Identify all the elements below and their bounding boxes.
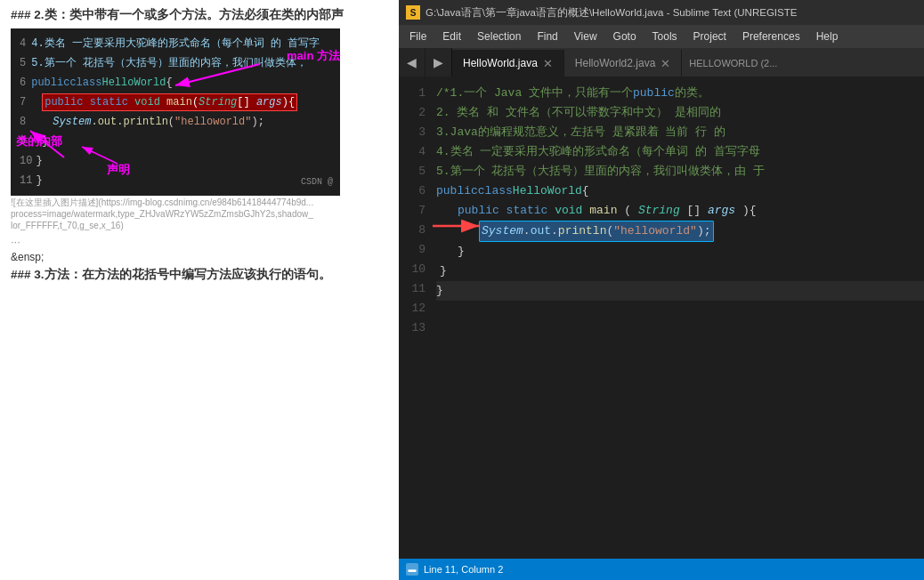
menu-selection[interactable]: Selection xyxy=(470,28,528,44)
status-position: Line 11, Column 2 xyxy=(424,564,503,575)
code-line-13 xyxy=(436,320,924,340)
menu-view[interactable]: View xyxy=(567,28,604,44)
highlighted-code: System . out . println ( "helloworld" ); xyxy=(479,221,714,242)
code-line-9: } xyxy=(436,242,924,262)
tab-label-2: HelloWorld2.java xyxy=(575,57,656,69)
tab-close-2[interactable]: ✕ xyxy=(661,57,670,70)
code-line-4: 4 4.类名 一定要采用大驼峰的形式命名（每个单词 的 首写字 xyxy=(20,34,331,53)
code-line-10: } xyxy=(436,262,924,281)
menu-file[interactable]: File xyxy=(402,28,434,44)
code-line-8: System . out . println ( "helloworld" ); xyxy=(436,221,924,242)
menu-find[interactable]: Find xyxy=(530,28,564,44)
code-line-11: } xyxy=(436,281,924,301)
code-line-8: 8 System.out.println("helloworld"); xyxy=(20,112,331,132)
code-line-1: /*1.一个 Java 文件中，只能有一个public的类。 xyxy=(436,84,924,103)
code-line-11: 11 } xyxy=(20,171,331,190)
editor-area: 1 2 3 4 5 6 7 8 9 10 11 12 13 /*1.一个 Jav… xyxy=(399,77,924,559)
watermark-block: ![在这里插入图片描述](https://img-blog.csdnimg.cn… xyxy=(11,197,388,231)
code-area[interactable]: /*1.一个 Java 文件中，只能有一个public的类。 2. 类名 和 文… xyxy=(433,77,924,559)
csdn-watermark: CSDN @ xyxy=(301,174,333,190)
menu-edit[interactable]: Edit xyxy=(435,28,468,44)
tab-nav-left[interactable]: ◀ xyxy=(399,48,426,77)
left-panel: ### 2.类：类中带有一个或多个方法。方法必须在类的内部声 4 4.类名 一定… xyxy=(0,0,399,580)
heading-2: ### 2.类：类中带有一个或多个方法。方法必须在类的内部声 xyxy=(11,7,388,23)
code-line-12 xyxy=(436,301,924,320)
tab-overflow: HELLOWORLD (2... xyxy=(682,50,784,77)
sublime-icon: S xyxy=(406,5,420,20)
code-line-7: 7 public static void main(String[] args)… xyxy=(20,93,331,112)
sublime-text-window: S G:\Java语言\第一章java语言的概述\HelloWorld.java… xyxy=(399,0,924,580)
code-line-7: public static void main ( String [] args… xyxy=(436,201,924,221)
menu-bar: File Edit Selection Find View Goto Tools… xyxy=(399,25,924,48)
title-bar: S G:\Java语言\第一章java语言的概述\HelloWorld.java… xyxy=(399,0,924,25)
tab-helloworld-java[interactable]: HelloWorld.java ✕ xyxy=(452,50,564,77)
tab-bar: ◀ ▶ HelloWorld.java ✕ HelloWorld2.java ✕… xyxy=(399,48,924,77)
code-line-6: public class HelloWorld { xyxy=(436,181,924,201)
amp-entity: &ensp; xyxy=(11,251,388,263)
code-line-9: 9 } xyxy=(20,132,331,151)
tab-nav-right[interactable]: ▶ xyxy=(426,48,452,77)
code-image: 4 4.类名 一定要采用大驼峰的形式命名（每个单词 的 首写字 5 5.第一个 … xyxy=(11,28,340,196)
menu-project[interactable]: Project xyxy=(686,28,734,44)
menu-help[interactable]: Help xyxy=(809,28,846,44)
code-line-6: 6 public class HelloWorld{ xyxy=(20,73,331,93)
tab-helloworld2-java[interactable]: HelloWorld2.java ✕ xyxy=(564,50,683,77)
code-line-5: 5 5.第一个 花括号（大括号）里面的内容，我们叫做类体， xyxy=(20,53,331,73)
heading-3: ### 3.方法：在方法的花括号中编写方法应该执行的语句。 xyxy=(11,267,388,283)
status-bar: ▬ Line 11, Column 2 xyxy=(399,559,924,580)
code-line-3: 3.Java的编程规范意义，左括号 是紧跟着 当前 行 的 xyxy=(436,123,924,142)
menu-tools[interactable]: Tools xyxy=(645,28,685,44)
code-line-5: 5.第一个 花括号（大括号）里面的内容，我们叫做类体，由 于 xyxy=(436,162,924,181)
tab-close-1[interactable]: ✕ xyxy=(543,57,553,70)
tab-label-1: HelloWorld.java xyxy=(463,57,538,69)
line-numbers: 1 2 3 4 5 6 7 8 9 10 11 12 13 xyxy=(399,77,433,559)
status-monitor-icon: ▬ xyxy=(406,563,418,576)
window-title: G:\Java语言\第一章java语言的概述\HelloWorld.java -… xyxy=(426,6,797,20)
code-line-4: 4.类名 一定要采用大驼峰的形式命名（每个单词 的 首写字母 xyxy=(436,142,924,162)
dots-separator: ··· xyxy=(11,235,388,248)
code-line-2: 2. 类名 和 文件名（不可以带数字和中文） 是相同的 xyxy=(436,103,924,123)
menu-preferences[interactable]: Preferences xyxy=(735,28,807,44)
code-line-10: 10 } xyxy=(20,151,331,171)
menu-goto[interactable]: Goto xyxy=(606,28,644,44)
code-image-container: 4 4.类名 一定要采用大驼峰的形式命名（每个单词 的 首写字 5 5.第一个 … xyxy=(11,28,340,193)
